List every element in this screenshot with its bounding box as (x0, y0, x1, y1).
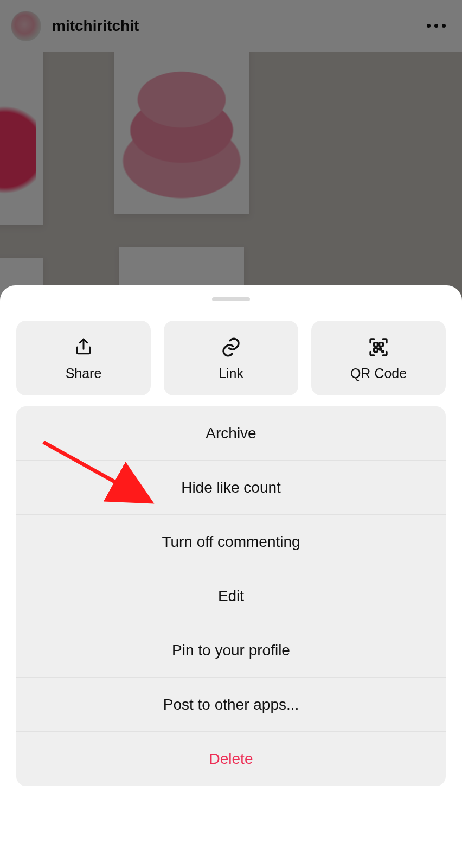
menu-hide-like-count[interactable]: Hide like count (16, 461, 446, 515)
link-label: Link (219, 366, 243, 381)
svg-rect-3 (380, 348, 381, 349)
qr-code-label: QR Code (350, 366, 407, 381)
menu-list: Archive Hide like count Turn off comment… (16, 406, 446, 786)
svg-rect-0 (374, 342, 378, 346)
link-button[interactable]: Link (164, 321, 298, 395)
menu-edit[interactable]: Edit (16, 569, 446, 623)
qr-code-icon (367, 335, 390, 359)
sheet-grabber[interactable] (212, 297, 250, 301)
share-button[interactable]: Share (16, 321, 151, 395)
share-label: Share (66, 366, 102, 381)
link-icon (219, 335, 243, 359)
svg-rect-1 (380, 342, 383, 346)
svg-rect-4 (382, 350, 384, 352)
menu-post-to-other-apps[interactable]: Post to other apps... (16, 678, 446, 732)
menu-delete[interactable]: Delete (16, 732, 446, 786)
top-actions-row: Share Link (16, 321, 446, 395)
qr-code-button[interactable]: QR Code (311, 321, 446, 395)
menu-archive[interactable]: Archive (16, 406, 446, 461)
viewport: mitchiritchit (0, 0, 462, 868)
menu-pin-to-profile[interactable]: Pin to your profile (16, 623, 446, 678)
svg-rect-2 (374, 348, 378, 352)
action-sheet: Share Link (0, 285, 462, 868)
menu-turn-off-commenting[interactable]: Turn off commenting (16, 515, 446, 569)
share-icon (72, 335, 95, 359)
